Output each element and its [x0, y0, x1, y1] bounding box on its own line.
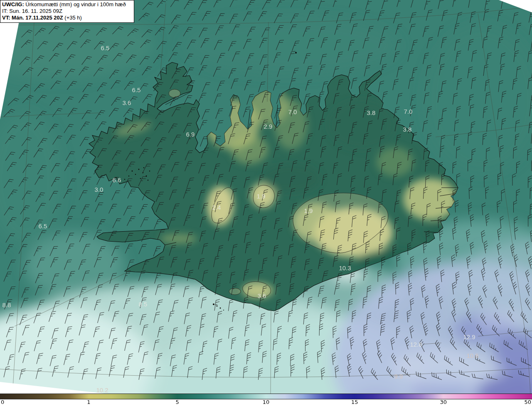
valid-time: VT: Mán. 17.11.2025 20Z: [2, 15, 63, 21]
product-title-line: UWC/IG: Úrkomumætti (mm) og vindur i 100…: [2, 1, 132, 8]
colorbar-tick-label: 50: [524, 399, 531, 405]
contour-label: 6.5: [39, 223, 47, 230]
contour-label: 8.5: [139, 301, 148, 308]
contour-label: 3.0: [95, 186, 103, 193]
eyjafjallajokull-outline: [229, 288, 241, 295]
product-title: Úrkomumætti (mm) og vindur i 100m hæð: [24, 1, 126, 7]
contour-label: 3.8: [403, 126, 412, 133]
precipitation-colorbar: 01510153050: [0, 394, 532, 406]
weather-map: 4.96.56.53.66.97.02.93.87.03.86.63.02.41…: [0, 0, 532, 394]
drangajokull-outline: [169, 89, 180, 98]
colorbar-tick-label: 1: [87, 399, 90, 405]
colorbar-tick-label: 15: [351, 399, 358, 405]
weather-forecast-page: 4.96.56.53.66.97.02.93.87.03.86.63.02.41…: [0, 0, 532, 406]
contour-label: 12.9: [463, 333, 475, 340]
contour-label: 6.5: [101, 44, 110, 51]
title-box: UWC/IG: Úrkomumætti (mm) og vindur i 100…: [0, 0, 134, 23]
product-label: UWC/IG:: [2, 1, 24, 7]
colorbar-tick-label: 0: [1, 399, 4, 405]
colorbar-gradient: [0, 394, 532, 399]
contour-label: 10.6: [466, 352, 478, 359]
contour-label: 3.6: [123, 99, 131, 106]
contour-label: 12.8: [410, 341, 422, 348]
colorbar-tick-label: 5: [176, 399, 179, 405]
contour-label: 6.9: [186, 131, 195, 138]
contour-label: 6.6: [113, 176, 121, 183]
contour-label: 2.4: [212, 204, 221, 211]
contour-label: 3.8: [367, 109, 376, 116]
contour-label: 7.0: [404, 108, 413, 115]
contour-label: 7.0: [288, 108, 297, 115]
init-time-line: IT: Sun. 16. 11. 2025 09Z: [2, 8, 132, 15]
valid-offset: (+35 h): [63, 15, 82, 21]
contour-label: 10.2: [96, 386, 108, 394]
contour-label: 1.9: [257, 193, 266, 200]
colorbar-tick-label: 30: [440, 399, 447, 405]
contour-label: 9.9: [394, 373, 403, 380]
colorbar-tick-label: 10: [263, 399, 270, 405]
contour-label: 1.9: [304, 207, 313, 214]
contour-label: 8.8: [2, 301, 11, 308]
contour-label: 6.5: [132, 86, 141, 93]
contour-label: 2.9: [264, 123, 273, 130]
contour-label: 3.6: [258, 292, 266, 299]
contour-label: 10.3: [339, 264, 351, 271]
valid-time-line: VT: Mán. 17.11.2025 20Z (+35 h): [2, 15, 132, 21]
colorbar-tick-labels: 01510153050: [0, 399, 532, 406]
